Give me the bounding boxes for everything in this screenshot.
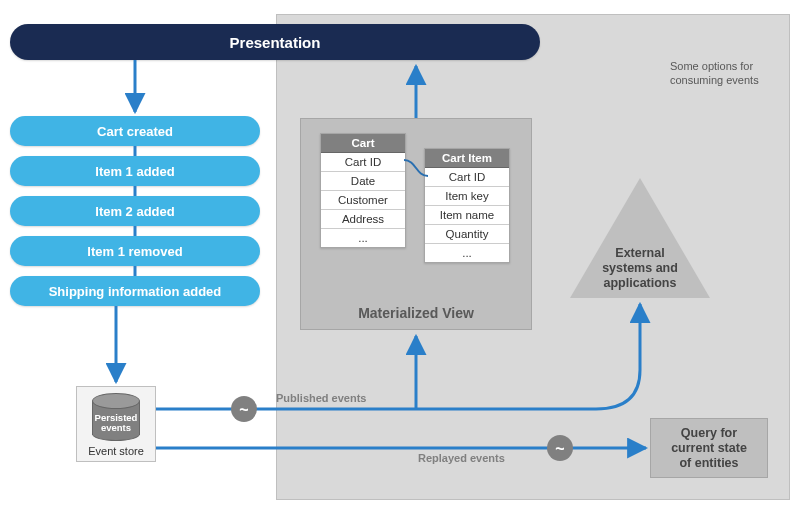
event-pill: Item 1 removed — [10, 236, 260, 266]
event-store-caption: Event store — [81, 445, 151, 457]
svg-point-9 — [231, 396, 257, 422]
materialized-view-title: Materialized View — [301, 305, 531, 321]
cylinder-icon: Persistedevents — [92, 393, 140, 441]
svg-text:~: ~ — [239, 401, 248, 418]
query-box: Query forcurrent stateof entities — [650, 418, 768, 478]
event-pill: Cart created — [10, 116, 260, 146]
cylinder-label: Persistedevents — [92, 413, 140, 433]
presentation-bar: Presentation — [10, 24, 540, 60]
cart-table-row: Date — [321, 172, 405, 191]
cart-table-row: Address — [321, 210, 405, 229]
external-systems-label: Externalsystems andapplications — [590, 246, 690, 291]
event-store: Persistedevents Event store — [76, 386, 156, 462]
event-pill: Item 1 added — [10, 156, 260, 186]
cart-item-table-header: Cart Item — [425, 149, 509, 168]
presentation-label: Presentation — [230, 34, 321, 51]
cart-table-row: Customer — [321, 191, 405, 210]
cart-table: Cart Cart ID Date Customer Address ... — [320, 133, 406, 248]
cart-item-table-row: ... — [425, 244, 509, 262]
note-line: consuming events — [670, 74, 780, 86]
cart-item-table-row: Quantity — [425, 225, 509, 244]
cart-item-table-row: Cart ID — [425, 168, 509, 187]
cart-item-table: Cart Item Cart ID Item key Item name Qua… — [424, 148, 510, 263]
event-pill: Item 2 added — [10, 196, 260, 226]
cart-item-table-row: Item name — [425, 206, 509, 225]
cart-table-header: Cart — [321, 134, 405, 153]
note-line: Some options for — [670, 60, 780, 72]
event-pill: Shipping information added — [10, 276, 260, 306]
table-join-connector — [398, 154, 434, 184]
cart-table-row: ... — [321, 229, 405, 247]
cart-table-row: Cart ID — [321, 153, 405, 172]
cart-item-table-row: Item key — [425, 187, 509, 206]
